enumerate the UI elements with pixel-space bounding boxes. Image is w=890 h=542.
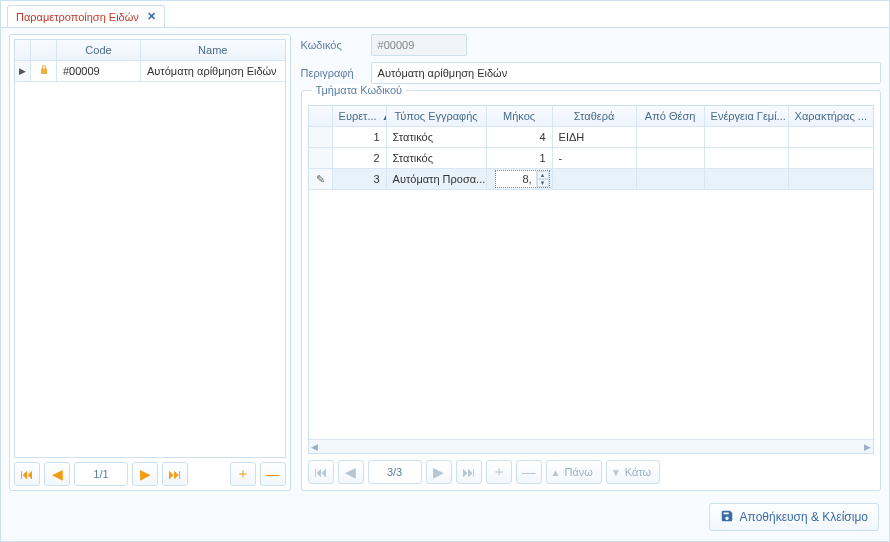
desc-field[interactable]: Αυτόματη αρίθμηση Ειδών xyxy=(371,62,881,84)
lock-icon xyxy=(38,64,50,78)
cell-length: 4 xyxy=(487,127,553,148)
cell-index: 2 xyxy=(333,148,387,169)
right-grid: Ευρετ... ▲ Τύπος Εγγραφής Μήκος Σταθερά … xyxy=(308,105,874,454)
rcol-ind-header xyxy=(309,106,333,127)
nav-page-display: 1/1 xyxy=(74,462,128,486)
row-ind xyxy=(309,148,333,169)
code-label: Κωδικός xyxy=(301,39,363,51)
cell-pos xyxy=(637,148,705,169)
scroll-left-icon[interactable]: ◀ xyxy=(311,442,318,452)
cell-const xyxy=(553,169,637,190)
rcol-length-header[interactable]: Μήκος xyxy=(487,106,553,127)
save-icon xyxy=(720,509,734,526)
cell-const: - xyxy=(553,148,637,169)
nav-remove-button[interactable]: — xyxy=(260,462,286,486)
cell-length: 1 xyxy=(487,148,553,169)
right-grid-header: Ευρετ... ▲ Τύπος Εγγραφής Μήκος Σταθερά … xyxy=(309,106,873,127)
table-row[interactable]: ✎ 3 Αυτόματη Προσα... 8, ▲ ▼ xyxy=(309,169,873,190)
table-row[interactable]: 2 Στατικός 1 - xyxy=(309,148,873,169)
rnav-remove-button[interactable]: — xyxy=(516,460,542,484)
cell-type: Αυτόματη Προσα... xyxy=(387,169,487,190)
left-col-name-header[interactable]: Name xyxy=(141,40,285,61)
rnav-add-button[interactable]: ＋ xyxy=(486,460,512,484)
row-pointer-cell: ▶ xyxy=(15,61,31,82)
cell-pos xyxy=(637,127,705,148)
length-spinner[interactable]: 8, ▲ ▼ xyxy=(495,170,550,188)
tabbar: Παραμετροποίηση Ειδών ✕ xyxy=(1,1,889,28)
spinner-down-icon[interactable]: ▼ xyxy=(537,179,549,187)
cell-index: 1 xyxy=(333,127,387,148)
rcol-type-header[interactable]: Τύπος Εγγραφής xyxy=(387,106,487,127)
rcol-const-header[interactable]: Σταθερά xyxy=(553,106,637,127)
tab-parametropoiisi[interactable]: Παραμετροποίηση Ειδών ✕ xyxy=(7,5,165,27)
footer: Αποθήκευση & Κλείσιμο xyxy=(1,497,889,541)
row-ind: ✎ xyxy=(309,169,333,190)
row-lock-cell xyxy=(31,61,57,82)
horizontal-scrollbar[interactable]: ◀ ▶ xyxy=(309,439,873,453)
spinner-value[interactable]: 8, xyxy=(496,173,536,185)
spinner-up-icon[interactable]: ▲ xyxy=(537,171,549,179)
table-row[interactable]: ▶ #00009 Αυτόματη αρίθμηση Ειδών xyxy=(15,61,285,82)
left-col-code-header[interactable]: Code xyxy=(57,40,141,61)
right-panel: Κωδικός #00009 Περιγραφή Αυτόματη αρίθμη… xyxy=(301,34,881,491)
close-icon[interactable]: ✕ xyxy=(147,10,156,23)
rnav-next-button[interactable]: ▶ xyxy=(426,460,452,484)
rnav-first-button[interactable]: ⏮ xyxy=(308,460,334,484)
cell-type: Στατικός xyxy=(387,148,487,169)
rcol-pos-header[interactable]: Από Θέση xyxy=(637,106,705,127)
cell-index: 3 xyxy=(333,169,387,190)
edit-icon: ✎ xyxy=(316,173,325,186)
rcol-index-header[interactable]: Ευρετ... ▲ xyxy=(333,106,387,127)
arrow-up-icon: ▲ xyxy=(551,467,561,478)
segments-groupbox: Τμήματα Κωδικού Ευρετ... ▲ Τύπος Εγγραφή… xyxy=(301,90,881,491)
cell-char xyxy=(789,169,873,190)
right-nav: ⏮ ◀ 3/3 ▶ ⏭ ＋ — ▲ Πάνω ▼ Κάτω xyxy=(308,454,874,484)
cell-fill xyxy=(705,148,789,169)
group-caption: Τμήματα Κωδικού xyxy=(312,84,407,96)
row-pointer-icon: ▶ xyxy=(19,66,26,76)
arrow-down-icon: ▼ xyxy=(611,467,621,478)
rnav-page-display: 3/3 xyxy=(368,460,422,484)
rcol-fill-header[interactable]: Ενέργεια Γεμί... xyxy=(705,106,789,127)
row-code: #00009 xyxy=(57,61,141,82)
cell-length-editing[interactable]: 8, ▲ ▼ xyxy=(487,169,553,190)
cell-fill xyxy=(705,169,789,190)
rnav-prev-button[interactable]: ◀ xyxy=(338,460,364,484)
save-label: Αποθήκευση & Κλείσιμο xyxy=(740,510,868,524)
cell-const: ΕΙΔΗ xyxy=(553,127,637,148)
code-field: #00009 xyxy=(371,34,467,56)
scroll-right-icon[interactable]: ▶ xyxy=(864,442,871,452)
up-label: Πάνω xyxy=(560,466,596,478)
cell-fill xyxy=(705,127,789,148)
rnav-last-button[interactable]: ⏭ xyxy=(456,460,482,484)
cell-char xyxy=(789,148,873,169)
nav-add-button[interactable]: ＋ xyxy=(230,462,256,486)
row-ind xyxy=(309,127,333,148)
nav-first-button[interactable]: ⏮ xyxy=(14,462,40,486)
down-label: Κάτω xyxy=(621,466,655,478)
desc-label: Περιγραφή xyxy=(301,67,363,79)
save-close-button[interactable]: Αποθήκευση & Κλείσιμο xyxy=(709,503,879,531)
nav-prev-button[interactable]: ◀ xyxy=(44,462,70,486)
rnav-up-button[interactable]: ▲ Πάνω xyxy=(546,460,602,484)
left-col-indicator xyxy=(15,40,31,61)
table-row[interactable]: 1 Στατικός 4 ΕΙΔΗ xyxy=(309,127,873,148)
cell-pos xyxy=(637,169,705,190)
rcol-index-label: Ευρετ... xyxy=(339,110,377,122)
row-name: Αυτόματη αρίθμηση Ειδών xyxy=(141,61,285,82)
cell-char xyxy=(789,127,873,148)
left-grid: Code Name ▶ #00009 Αυτόμ xyxy=(14,39,286,458)
left-grid-header: Code Name xyxy=(15,40,285,61)
nav-last-button[interactable]: ⏭ xyxy=(162,462,188,486)
left-nav: ⏮ ◀ 1/1 ▶ ⏭ ＋ — xyxy=(14,458,286,486)
rnav-down-button[interactable]: ▼ Κάτω xyxy=(606,460,660,484)
nav-next-button[interactable]: ▶ xyxy=(132,462,158,486)
cell-type: Στατικός xyxy=(387,127,487,148)
left-panel: Code Name ▶ #00009 Αυτόμ xyxy=(9,34,291,491)
tab-label: Παραμετροποίηση Ειδών xyxy=(16,11,139,23)
left-col-icon xyxy=(31,40,57,61)
rcol-char-header[interactable]: Χαρακτήρας ... xyxy=(789,106,873,127)
